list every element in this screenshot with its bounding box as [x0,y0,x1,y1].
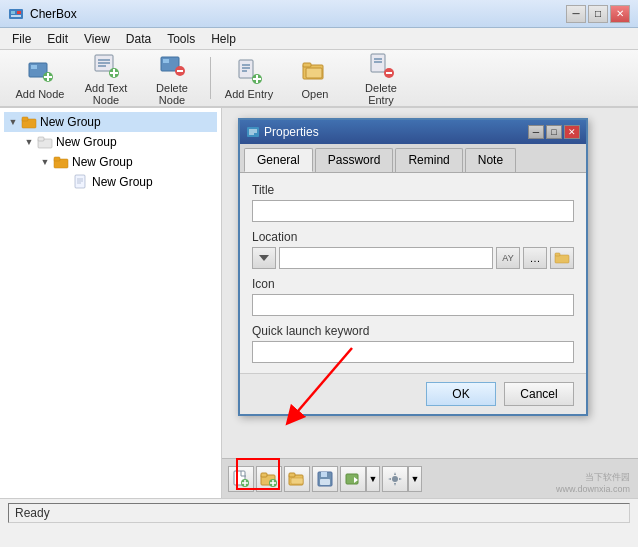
watermark-line1: www.downxia.com [556,484,630,494]
dialog-minimize-button[interactable]: ─ [528,125,544,139]
tree-toggle-1[interactable]: ▼ [6,115,20,129]
tree-item-2[interactable]: ▼ New Group [4,132,217,152]
bottom-settings-button[interactable] [382,466,408,492]
bottom-export-button[interactable] [340,466,366,492]
open-button[interactable]: Open [283,53,347,103]
title-bar-controls[interactable]: ─ □ ✕ [566,5,630,23]
dialog-close-button[interactable]: ✕ [564,125,580,139]
dialog-tabs: General Password Remind Note [240,144,586,173]
location-dots-button[interactable]: … [523,247,547,269]
delete-node-label: Delete Node [145,82,199,106]
tab-general[interactable]: General [244,148,313,172]
location-ay-button[interactable]: AY [496,247,520,269]
left-panel: ▼ New Group ▼ New Group ▼ New Group [0,108,222,498]
dialog-title-area: Properties [246,125,319,139]
tree-item-3[interactable]: ▼ New Group [4,152,217,172]
svg-rect-5 [31,65,37,69]
delete-node-icon [158,51,186,79]
svg-rect-67 [321,472,327,477]
svg-rect-29 [306,68,322,78]
svg-rect-36 [22,117,28,121]
delete-entry-label: Delete Entry [354,82,408,106]
menu-edit[interactable]: Edit [39,30,76,48]
status-text: Ready [8,503,630,523]
location-input[interactable] [279,247,493,269]
bottom-settings-dropdown-button[interactable]: ▼ [408,466,422,492]
icon-input[interactable] [252,294,574,316]
add-node-button[interactable]: Add Node [8,53,72,103]
svg-point-71 [392,476,398,482]
add-entry-label: Add Entry [225,88,273,100]
delete-entry-icon [367,51,395,79]
bottom-new-file-button[interactable] [228,466,254,492]
svg-rect-64 [289,473,295,477]
folder-icon-1 [21,114,37,130]
location-arrow-button[interactable] [252,247,276,269]
svg-rect-20 [239,60,253,78]
quick-launch-input[interactable] [252,341,574,363]
close-button[interactable]: ✕ [610,5,630,23]
tree-toggle-3[interactable]: ▼ [38,155,52,169]
icon-field-label: Icon [252,277,574,291]
settings-icon [386,470,404,488]
add-entry-button[interactable]: Add Entry [217,53,281,103]
bottom-new-folder-button[interactable] [256,466,282,492]
new-file-icon [232,470,250,488]
svg-rect-51 [555,253,560,256]
tree-item-4[interactable]: ▼ New Group [4,172,217,192]
main-area: ▼ New Group ▼ New Group ▼ New Group [0,108,638,498]
tree-item-2-label: New Group [56,135,117,149]
ok-button[interactable]: OK [426,382,496,406]
add-text-node-button[interactable]: Add Text Node [74,53,138,103]
add-text-node-label: Add Text Node [79,82,133,106]
menu-bar: File Edit View Data Tools Help [0,28,638,50]
cancel-button[interactable]: Cancel [504,382,574,406]
down-arrow-icon [257,251,271,265]
add-entry-icon [235,57,263,85]
add-text-node-icon [92,51,120,79]
quick-launch-field-label: Quick launch keyword [252,324,574,338]
svg-rect-59 [261,473,267,477]
tree-toggle-2[interactable]: ▼ [22,135,36,149]
bottom-save-button[interactable] [312,466,338,492]
tree-item-3-label: New Group [72,155,133,169]
tab-password[interactable]: Password [315,148,394,172]
location-folder-button[interactable] [550,247,574,269]
dialog-controls[interactable]: ─ □ ✕ [528,125,580,139]
title-bar-left: CherBox [8,6,77,22]
menu-tools[interactable]: Tools [159,30,203,48]
bottom-open-button[interactable] [284,466,310,492]
menu-data[interactable]: Data [118,30,159,48]
app-title: CherBox [30,7,77,21]
new-folder-icon [260,470,278,488]
svg-rect-17 [163,59,169,63]
folder-icon-3 [53,154,69,170]
dialog-title-label: Properties [264,125,319,139]
minimize-button[interactable]: ─ [566,5,586,23]
maximize-button[interactable]: □ [588,5,608,23]
location-field-label: Location [252,230,574,244]
svg-rect-3 [11,15,21,17]
delete-node-button[interactable]: Delete Node [140,53,204,103]
svg-rect-38 [38,137,44,141]
tree-item-4-label: New Group [92,175,153,189]
tab-remind[interactable]: Remind [395,148,462,172]
svg-rect-2 [17,11,21,14]
delete-entry-button[interactable]: Delete Entry [349,53,413,103]
menu-file[interactable]: File [4,30,39,48]
svg-rect-41 [75,175,85,188]
svg-rect-30 [371,54,385,72]
bottom-export-group: ▼ [340,466,380,492]
title-input[interactable] [252,200,574,222]
menu-view[interactable]: View [76,30,118,48]
menu-help[interactable]: Help [203,30,244,48]
tab-note[interactable]: Note [465,148,516,172]
svg-rect-28 [303,63,311,67]
toolbar: Add Node Add Text Node De [0,50,638,108]
bottom-export-dropdown-button[interactable]: ▼ [366,466,380,492]
export-icon [344,470,362,488]
svg-rect-40 [54,157,60,161]
svg-rect-65 [291,478,303,484]
tree-item-1[interactable]: ▼ New Group [4,112,217,132]
dialog-maximize-button[interactable]: □ [546,125,562,139]
